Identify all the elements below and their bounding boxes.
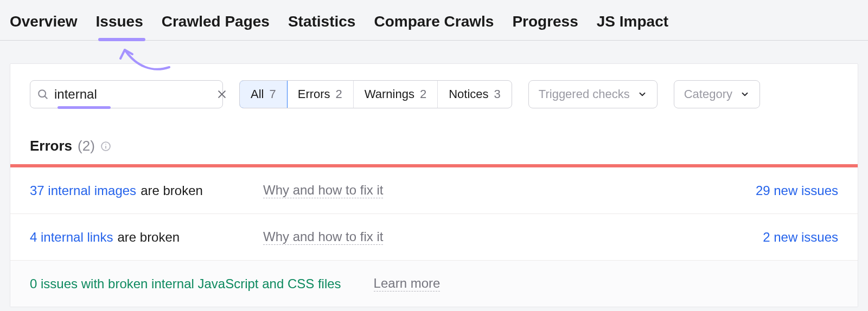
- filter-notices[interactable]: Notices 3: [438, 81, 512, 108]
- svg-point-0: [39, 90, 46, 97]
- errors-section-header: Errors (2): [10, 125, 858, 164]
- tab-statistics[interactable]: Statistics: [288, 13, 356, 40]
- filter-notices-count: 3: [494, 87, 501, 101]
- why-how-link[interactable]: Why and how to fix it: [263, 183, 383, 198]
- search-input[interactable]: [54, 87, 216, 102]
- search-by-check[interactable]: [30, 80, 223, 108]
- top-tabs: Overview Issues Crawled Pages Statistics…: [0, 0, 868, 41]
- new-issues-link[interactable]: 2 new issues: [763, 230, 838, 245]
- tab-progress[interactable]: Progress: [512, 13, 578, 40]
- triggered-checks-label: Triggered checks: [539, 87, 630, 101]
- tab-crawled[interactable]: Crawled Pages: [162, 13, 270, 40]
- issues-panel: All 7 Errors 2 Warnings 2 Notices 3 Trig…: [10, 63, 858, 307]
- filter-warnings-label: Warnings: [365, 87, 414, 101]
- issue-row: 4 internal links are broken Why and how …: [10, 213, 858, 260]
- passed-text: 0 issues with broken internal JavaScript…: [30, 276, 341, 291]
- tab-jsimpact[interactable]: JS Impact: [597, 13, 668, 40]
- why-how-link[interactable]: Why and how to fix it: [263, 229, 383, 245]
- chevron-down-icon: [637, 89, 647, 99]
- filter-all-count: 7: [269, 87, 276, 101]
- errors-count: (2): [78, 138, 95, 154]
- filter-all-label: All: [251, 87, 264, 101]
- svg-point-6: [105, 144, 106, 145]
- triggered-checks-dropdown[interactable]: Triggered checks: [528, 80, 658, 108]
- category-dropdown[interactable]: Category: [674, 80, 760, 108]
- search-icon: [37, 88, 49, 100]
- category-label: Category: [684, 87, 732, 101]
- info-icon[interactable]: [100, 141, 111, 152]
- clear-icon[interactable]: [216, 89, 227, 100]
- tab-issues[interactable]: Issues: [96, 13, 143, 40]
- chevron-down-icon: [740, 89, 750, 99]
- issue-link[interactable]: 4 internal links: [30, 230, 113, 245]
- filter-errors-count: 2: [336, 87, 342, 101]
- severity-filter: All 7 Errors 2 Warnings 2 Notices 3: [239, 80, 512, 108]
- issue-link[interactable]: 37 internal images: [30, 183, 136, 198]
- filter-all[interactable]: All 7: [239, 80, 288, 108]
- filter-warnings-count: 2: [420, 87, 426, 101]
- errors-title: Errors: [30, 138, 72, 154]
- filter-errors[interactable]: Errors 2: [287, 81, 354, 108]
- issue-text: are broken: [141, 183, 203, 198]
- annotation-underline: [58, 106, 111, 109]
- learn-more-link[interactable]: Learn more: [374, 276, 441, 291]
- filter-bar: All 7 Errors 2 Warnings 2 Notices 3 Trig…: [10, 64, 858, 125]
- tab-overview[interactable]: Overview: [10, 13, 78, 40]
- filter-errors-label: Errors: [298, 87, 330, 101]
- filter-notices-label: Notices: [449, 87, 488, 101]
- issue-text: are broken: [117, 230, 180, 245]
- new-issues-link[interactable]: 29 new issues: [756, 183, 838, 198]
- filter-warnings[interactable]: Warnings 2: [354, 81, 438, 108]
- issue-rows: 37 internal images are broken Why and ho…: [10, 167, 858, 307]
- tab-compare[interactable]: Compare Crawls: [374, 13, 494, 40]
- issue-row: 37 internal images are broken Why and ho…: [10, 167, 858, 213]
- passed-row: 0 issues with broken internal JavaScript…: [10, 260, 858, 307]
- svg-line-1: [44, 96, 47, 99]
